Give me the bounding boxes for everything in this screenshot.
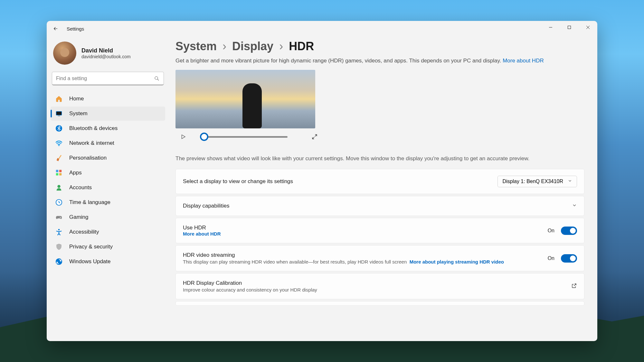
breadcrumb-current: HDR xyxy=(289,40,314,53)
sidebar-item-gaming[interactable]: Gaming xyxy=(51,210,165,224)
maximize-button[interactable] xyxy=(560,21,579,34)
sidebar-item-label: Home xyxy=(69,96,84,102)
shield-icon xyxy=(55,243,63,251)
clock-icon xyxy=(55,199,63,206)
wifi-icon xyxy=(55,139,63,147)
svg-rect-9 xyxy=(56,173,58,175)
accessibility-icon xyxy=(55,228,63,236)
svg-rect-4 xyxy=(58,116,60,116)
sidebar-item-label: Apps xyxy=(69,170,82,176)
home-icon xyxy=(55,95,63,103)
use-hdr-card: Use HDR More about HDR On xyxy=(175,218,584,243)
settings-window: Settings David Nield davidnield@outlook.… xyxy=(47,21,597,341)
gamepad-icon xyxy=(55,213,63,221)
svg-rect-0 xyxy=(568,26,571,29)
system-icon xyxy=(55,110,63,117)
svg-point-1 xyxy=(155,77,158,79)
external-link-icon[interactable] xyxy=(571,283,577,290)
search-icon xyxy=(154,76,160,81)
user-profile[interactable]: David Nield davidnield@outlook.com xyxy=(51,40,165,70)
display-dropdown[interactable]: Display 1: BenQ EX3410R xyxy=(497,176,577,187)
content-area: System › Display › HDR Get a brighter an… xyxy=(169,36,597,341)
chevron-right-icon: › xyxy=(223,40,226,53)
sidebar-item-network[interactable]: Network & internet xyxy=(51,136,165,150)
calibration-title: HDR Display Calibration xyxy=(183,280,565,286)
svg-rect-3 xyxy=(56,112,62,115)
sidebar-item-label: System xyxy=(69,110,88,117)
maximize-icon xyxy=(567,25,571,29)
sidebar-item-update[interactable]: Windows Update xyxy=(51,255,165,269)
sidebar-item-accounts[interactable]: Accounts xyxy=(51,181,165,195)
sidebar-item-label: Bluetooth & devices xyxy=(69,125,118,132)
search-input[interactable] xyxy=(56,76,154,81)
back-button[interactable] xyxy=(49,22,62,35)
svg-point-11 xyxy=(57,185,60,188)
sidebar-item-system[interactable]: System xyxy=(51,107,165,121)
svg-rect-8 xyxy=(59,170,62,172)
use-hdr-title: Use HDR xyxy=(183,225,541,231)
play-icon xyxy=(180,134,186,140)
use-hdr-toggle[interactable] xyxy=(561,227,577,235)
brightness-slider[interactable] xyxy=(201,136,288,138)
preview-video[interactable] xyxy=(175,70,315,128)
fullscreen-button[interactable] xyxy=(311,133,318,141)
close-button[interactable] xyxy=(579,21,597,34)
sidebar-item-time[interactable]: Time & language xyxy=(51,195,165,209)
search-box[interactable] xyxy=(52,72,164,85)
svg-point-6 xyxy=(58,145,59,146)
apps-icon xyxy=(55,169,63,177)
bluetooth-icon xyxy=(55,125,63,132)
preview-note: The preview shows what video will look l… xyxy=(175,155,584,162)
svg-point-13 xyxy=(60,217,61,218)
hdr-streaming-card: HDR video streaming This display can pla… xyxy=(175,245,584,271)
breadcrumb-system[interactable]: System xyxy=(175,40,217,53)
sidebar-item-privacy[interactable]: Privacy & security xyxy=(51,240,165,254)
slider-thumb[interactable] xyxy=(200,133,208,141)
person-icon xyxy=(55,184,63,191)
sidebar-item-bluetooth[interactable]: Bluetooth & devices xyxy=(51,121,165,135)
partial-card xyxy=(175,301,584,306)
sidebar-item-label: Gaming xyxy=(69,214,89,220)
play-button[interactable] xyxy=(179,133,187,141)
display-capabilities-card[interactable]: Display capabilities xyxy=(175,196,584,216)
sidebar-item-home[interactable]: Home xyxy=(51,92,165,106)
chevron-down-icon xyxy=(572,203,577,209)
preview-area xyxy=(175,70,584,145)
svg-point-15 xyxy=(58,229,60,230)
display-select-card: Select a display to view or change its s… xyxy=(175,169,584,194)
sidebar: David Nield davidnield@outlook.com Home … xyxy=(47,36,169,341)
sidebar-item-personalisation[interactable]: Personalisation xyxy=(51,151,165,165)
capabilities-title: Display capabilities xyxy=(183,203,565,209)
minimize-icon xyxy=(549,25,553,29)
svg-rect-10 xyxy=(59,173,62,175)
calibration-sub: Improve colour accuracy and consistency … xyxy=(183,287,565,292)
minimize-button[interactable] xyxy=(541,21,560,34)
sidebar-item-label: Personalisation xyxy=(69,155,107,161)
display-select-label: Select a display to view or change its s… xyxy=(183,178,491,185)
arrow-left-icon xyxy=(53,26,59,32)
close-icon xyxy=(586,25,590,29)
user-email: davidnield@outlook.com xyxy=(81,54,131,59)
window-controls xyxy=(541,21,597,34)
sidebar-item-label: Network & internet xyxy=(69,140,114,146)
nav: Home System Bluetooth & devices Network … xyxy=(51,92,165,269)
breadcrumb-display[interactable]: Display xyxy=(232,40,273,53)
hdr-stream-title: HDR video streaming xyxy=(183,252,541,258)
sidebar-item-apps[interactable]: Apps xyxy=(51,166,165,180)
breadcrumb: System › Display › HDR xyxy=(175,40,584,53)
hdr-stream-link[interactable]: More about playing streaming HDR video xyxy=(410,259,504,265)
svg-rect-7 xyxy=(56,170,58,172)
sidebar-item-accessibility[interactable]: Accessibility xyxy=(51,225,165,239)
titlebar: Settings xyxy=(47,21,597,36)
sidebar-item-label: Accessibility xyxy=(69,229,99,235)
hdr-calibration-card[interactable]: HDR Display Calibration Improve colour a… xyxy=(175,273,584,299)
svg-point-14 xyxy=(60,218,61,218)
chevron-right-icon: › xyxy=(279,40,283,53)
sidebar-item-label: Windows Update xyxy=(69,258,111,265)
use-hdr-link[interactable]: More about HDR xyxy=(183,231,541,237)
hdr-stream-toggle[interactable] xyxy=(561,254,577,263)
avatar xyxy=(53,42,76,65)
hdr-stream-state: On xyxy=(548,255,554,261)
more-about-hdr-link[interactable]: More about HDR xyxy=(503,58,544,64)
expand-icon xyxy=(311,134,318,140)
